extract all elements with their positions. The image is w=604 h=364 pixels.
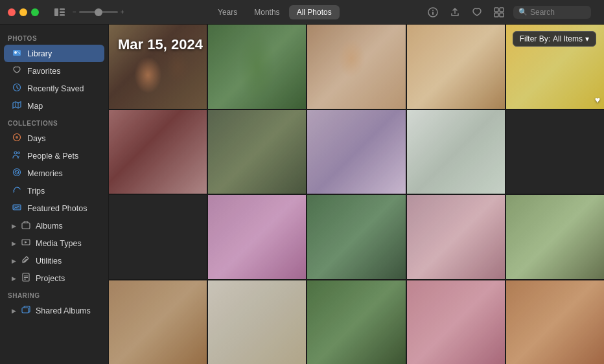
sidebar-item-projects[interactable]: ▶ Projects	[4, 269, 104, 287]
share-button[interactable]	[447, 6, 463, 19]
photo-13[interactable]	[307, 195, 405, 279]
photo-3[interactable]	[307, 25, 405, 109]
photo-6[interactable]	[109, 110, 207, 194]
photo-7[interactable]	[208, 110, 306, 194]
photo-15[interactable]	[506, 195, 604, 279]
svg-point-17	[16, 136, 18, 139]
titlebar-controls: − +	[52, 6, 124, 18]
sidebar-item-people-pets-label: People & Pets	[27, 152, 78, 161]
sidebar-item-recently-saved[interactable]: Recently Saved	[4, 80, 104, 97]
sidebar: Photos Library Favorites	[0, 25, 109, 364]
search-placeholder: Search	[530, 8, 555, 17]
traffic-lights	[8, 8, 39, 16]
photo-17[interactable]	[208, 280, 306, 365]
photo-9[interactable]	[407, 110, 505, 194]
media-types-icon	[21, 238, 30, 249]
minimize-button[interactable]	[19, 8, 27, 16]
days-icon	[12, 133, 22, 144]
featured-photos-icon	[12, 203, 22, 214]
photo-18[interactable]	[307, 280, 405, 365]
svg-rect-1	[60, 8, 65, 10]
sidebar-item-favorites[interactable]: Favorites	[4, 62, 104, 80]
projects-chevron-icon: ▶	[12, 275, 16, 282]
zoom-track	[79, 11, 118, 13]
tab-years[interactable]: Years	[210, 5, 245, 19]
sidebar-toggle-button[interactable]	[52, 6, 67, 18]
sidebar-item-memories[interactable]: Memories	[4, 165, 104, 182]
sidebar-item-shared-albums[interactable]: ▶ Shared Albums	[4, 302, 104, 319]
svg-rect-10	[500, 13, 504, 17]
library-icon	[12, 48, 22, 59]
share-icon	[450, 7, 460, 17]
zoom-minus-icon: −	[73, 8, 76, 16]
filter-bar: Filter By: All Items ▾	[513, 31, 596, 47]
info-button[interactable]	[425, 6, 441, 19]
svg-point-18	[14, 152, 17, 154]
sidebar-item-people-pets[interactable]: People & Pets	[4, 147, 104, 165]
main-layout: Photos Library Favorites	[0, 25, 604, 364]
svg-rect-8	[500, 8, 504, 12]
sidebar-item-map[interactable]: Map	[4, 97, 104, 115]
svg-rect-22	[13, 205, 21, 210]
photo-14[interactable]	[407, 195, 505, 279]
close-button[interactable]	[8, 8, 16, 16]
favorites-icon	[12, 65, 22, 76]
photo-area: Mar 15, 2024 Filter By: All Items ▾	[109, 25, 604, 364]
sidebar-section-photos: Photos	[0, 30, 108, 45]
sidebar-item-library-label: Library	[27, 49, 52, 58]
filter-button[interactable]: Filter By: All Items ▾	[513, 31, 596, 47]
sidebar-item-memories-label: Memories	[27, 169, 63, 178]
sidebar-item-trips[interactable]: Trips	[4, 182, 104, 199]
svg-rect-3	[60, 14, 65, 16]
sidebar-item-map-label: Map	[27, 102, 43, 111]
sidebar-item-library[interactable]: Library	[4, 45, 104, 62]
trips-icon	[12, 185, 22, 196]
media-types-chevron-icon: ▶	[12, 240, 16, 247]
sidebar-item-utilities-label: Utilities	[36, 256, 62, 266]
photo-8[interactable]	[307, 110, 405, 194]
svg-rect-7	[494, 8, 498, 12]
svg-point-19	[18, 152, 20, 154]
sidebar-item-projects-label: Projects	[36, 274, 65, 283]
sidebar-item-days[interactable]: Days	[4, 130, 104, 147]
memories-icon	[12, 168, 22, 179]
grid-view-button[interactable]	[491, 6, 507, 19]
heart-button[interactable]	[469, 6, 485, 19]
tab-all-photos[interactable]: All Photos	[289, 5, 340, 19]
photo-20[interactable]	[506, 280, 604, 365]
svg-rect-0	[54, 8, 58, 16]
sidebar-item-utilities[interactable]: ▶ Utilities	[4, 252, 104, 269]
zoom-plus-icon: +	[121, 8, 124, 16]
svg-marker-26	[25, 241, 27, 244]
svg-rect-24	[22, 223, 30, 229]
sidebar-item-featured-photos-label: Featured Photos	[27, 204, 87, 213]
sidebar-item-media-types-label: Media Types	[36, 239, 82, 248]
sidebar-section-sharing: Sharing	[0, 287, 108, 302]
tab-months[interactable]: Months	[246, 5, 287, 19]
filter-label: Filter By:	[520, 34, 550, 43]
photo-4[interactable]	[407, 25, 505, 109]
sidebar-item-albums[interactable]: ▶ Albums	[4, 217, 104, 234]
photo-12[interactable]	[208, 195, 306, 279]
filter-chevron-icon: ▾	[585, 34, 589, 43]
sidebar-item-media-types[interactable]: ▶ Media Types	[4, 234, 104, 252]
filter-value: All Items	[553, 34, 583, 43]
heart-icon	[472, 7, 482, 17]
sidebar-item-shared-albums-label: Shared Albums	[36, 306, 91, 315]
zoom-slider[interactable]: − +	[73, 8, 124, 16]
map-icon	[12, 100, 22, 111]
maximize-button[interactable]	[31, 8, 39, 16]
photo-3-overlay	[307, 25, 405, 109]
shared-albums-icon	[21, 305, 30, 316]
svg-rect-2	[60, 11, 65, 13]
svg-rect-5	[432, 12, 434, 15]
photo-11[interactable]	[109, 195, 207, 279]
photo-19[interactable]	[407, 280, 505, 365]
photo-grid: ♥	[109, 25, 604, 364]
photo-2[interactable]	[208, 25, 306, 109]
search-box[interactable]: 🔍 Search	[513, 6, 591, 19]
heart-badge: ♥	[595, 95, 600, 105]
photo-10[interactable]	[506, 110, 604, 194]
sidebar-item-featured-photos[interactable]: Featured Photos	[4, 199, 104, 217]
photo-16[interactable]	[109, 280, 207, 365]
